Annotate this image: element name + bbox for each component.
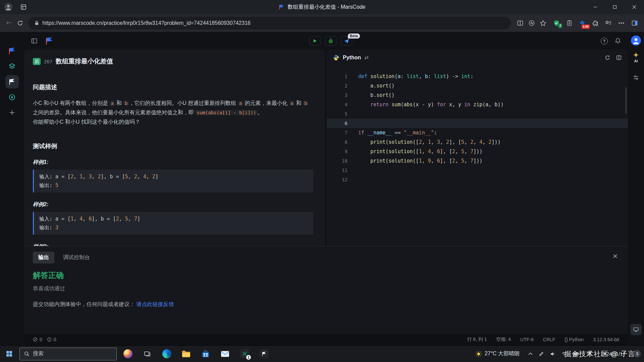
volume-icon[interactable]	[550, 351, 555, 357]
difficulty-badge: 易	[33, 58, 41, 65]
sample-code-block: 输入: a = [2, 1, 3, 2], b = [5, 2, 4, 2]输出…	[33, 170, 313, 192]
code-line[interactable]: 11	[327, 166, 628, 175]
url-text[interactable]: https://www.marscode.cn/practice/lnrp0r1…	[43, 20, 251, 26]
more-menu-icon[interactable]: ⋯	[618, 19, 625, 27]
preview-monitor-button[interactable]	[630, 324, 642, 335]
window-close-button[interactable]	[625, 0, 644, 14]
courses-layers-icon[interactable]	[5, 60, 19, 73]
back-icon[interactable]: ←	[6, 19, 12, 26]
run-button[interactable]	[309, 36, 321, 46]
mail-app-icon[interactable]	[215, 346, 235, 362]
file-explorer-icon[interactable]	[176, 346, 196, 362]
problem-title: 数组重排最小化差值	[56, 57, 113, 66]
interpreter-version[interactable]: 3.12.3 64-bit	[593, 337, 619, 342]
cursor-position[interactable]: 行 6, 列 1	[467, 337, 487, 343]
url-field[interactable]: https://www.marscode.cn/practice/lnrp0r1…	[28, 17, 511, 29]
window-minimize-button[interactable]	[586, 0, 605, 14]
weather-text: 27°C 大部晴朗	[485, 350, 520, 357]
left-rail	[0, 32, 24, 345]
split-editor-icon[interactable]	[616, 55, 622, 61]
help-icon[interactable]: ?	[601, 38, 608, 45]
tray-chevron-icon[interactable]	[528, 352, 533, 355]
code-line[interactable]: 2 a.sort()	[327, 81, 628, 90]
marscode-app-icon[interactable]	[254, 346, 274, 362]
code-line[interactable]: 9 print(solution([1, 4, 6], [2, 5, 7]))	[327, 147, 628, 156]
tab-actions-icon[interactable]	[20, 4, 27, 10]
tab-output[interactable]: 输出	[33, 252, 54, 263]
community-watermark: 掘金技术社区 @ 子言	[564, 349, 635, 359]
user-avatar[interactable]	[631, 36, 641, 46]
errors-icon[interactable]	[33, 337, 38, 342]
code-line[interactable]: 6	[327, 119, 628, 128]
feedback-row: 提交功能内测体验中，任何问题或者建议： 请点此链接反馈	[33, 301, 619, 308]
refresh-icon[interactable]	[17, 20, 23, 26]
ai-assistant-button[interactable]: AI	[633, 52, 639, 63]
gallery-app-icon[interactable]	[118, 346, 138, 362]
problem-number: 267	[44, 59, 52, 64]
notifications-bell-icon[interactable]	[614, 38, 621, 44]
indentation[interactable]: 空格: 4	[496, 337, 511, 343]
start-button[interactable]	[0, 346, 18, 362]
tab-debug-console[interactable]: 调试控制台	[63, 254, 90, 261]
code-line[interactable]: 5	[327, 109, 628, 119]
browser-profile-icon[interactable]	[4, 3, 13, 11]
code-line[interactable]: 1def solution(a: list, b: list) -> int:	[327, 72, 628, 81]
excel-notification-badge: 1	[246, 355, 251, 360]
sidebar-toggle-icon[interactable]	[31, 38, 38, 44]
debug-button[interactable]	[325, 36, 336, 46]
favorite-star-icon[interactable]	[540, 20, 546, 26]
excel-app-icon[interactable]: 1	[235, 346, 254, 362]
settings-sliders-icon[interactable]	[633, 74, 639, 81]
adblock-shield-icon[interactable]: 4	[553, 20, 560, 26]
editor-header: Python ⇄	[327, 50, 628, 66]
code-line[interactable]: 7if __name__ == "__main__":	[327, 128, 628, 137]
close-output-icon[interactable]: ✕	[612, 253, 618, 259]
language-swap-icon[interactable]: ⇄	[364, 55, 369, 61]
reset-code-icon[interactable]	[604, 55, 610, 61]
app-main: Beta ? 易 267 数组重排最小化差值	[0, 32, 644, 345]
extensions-puzzle-icon[interactable]	[592, 20, 599, 26]
notes-clipboard-icon[interactable]	[566, 20, 573, 26]
pen-tray-icon[interactable]	[539, 351, 544, 357]
ai-label: AI	[634, 59, 638, 63]
code-line[interactable]: 12	[327, 175, 628, 184]
taskbar-search-input[interactable]: 搜索	[19, 348, 117, 360]
language-mode[interactable]: {} Python	[565, 337, 584, 342]
language-selector[interactable]: Python	[343, 55, 361, 61]
marscode-logo-icon[interactable]	[5, 44, 19, 58]
problem-description: 小C 和小U 有两个数组，分别是 a 和 b，它们的长度相同。小U 想通过重新排…	[33, 99, 313, 117]
explore-compass-icon[interactable]	[5, 90, 19, 104]
browser-essentials-icon[interactable]	[528, 20, 535, 26]
encoding[interactable]: UTF-8	[520, 337, 534, 342]
microsoft-store-icon[interactable]	[196, 346, 215, 362]
window-titlebar: 数组重排最小化差值 - MarsCode	[0, 0, 644, 14]
lock-icon[interactable]	[34, 20, 39, 25]
code-line[interactable]: 4 return sum(abs(x - y) for x, y in zip(…	[327, 100, 628, 109]
window-maximize-button[interactable]	[605, 0, 625, 14]
code-line[interactable]: 8 print(solution([2, 1, 3, 2], [5, 2, 4,…	[327, 137, 628, 147]
feedback-link[interactable]: 请点此链接反馈	[136, 301, 174, 307]
warnings-count: 0	[54, 337, 56, 342]
practice-section-icon[interactable]	[5, 75, 19, 88]
weather-widget[interactable]: 27°C 大部晴朗	[475, 350, 520, 357]
shield-ext-badge: 4	[558, 23, 562, 28]
edge-app-icon[interactable]	[157, 346, 176, 362]
sample-label: 样例3:	[33, 243, 313, 246]
submit-button[interactable]: Beta	[341, 36, 352, 46]
workspace-content: 易 267 数组重排最小化差值 问题描述 小C 和小U 有两个数组，分别是 a …	[24, 50, 628, 246]
code-area[interactable]: 1def solution(a: list, b: list) -> int:2…	[327, 66, 628, 246]
marscode-brand-icon[interactable]	[45, 37, 54, 45]
editor-scrollbar[interactable]	[625, 87, 627, 114]
split-screen-icon[interactable]	[517, 20, 524, 26]
code-line[interactable]: 10 print(solution([1, 9, 6], [2, 5, 7]))	[327, 156, 628, 166]
result-subtext: 恭喜成功通过	[33, 285, 619, 292]
output-panel: 输出 调试控制台 ✕ 解答正确 恭喜成功通过 提交功能内测体验中，任何问题或者建…	[24, 246, 628, 334]
favorites-bar-icon[interactable]	[605, 20, 612, 26]
eol-sequence[interactable]: CRLF	[543, 337, 555, 342]
code-line[interactable]: 3 b.sort()	[327, 90, 628, 100]
warnings-icon[interactable]	[47, 337, 52, 342]
juejin-ext-icon[interactable]: 1.00	[579, 20, 586, 26]
add-plus-icon[interactable]	[5, 106, 19, 119]
task-view-icon[interactable]	[138, 346, 157, 362]
copilot-sidebar-icon[interactable]	[631, 20, 638, 26]
